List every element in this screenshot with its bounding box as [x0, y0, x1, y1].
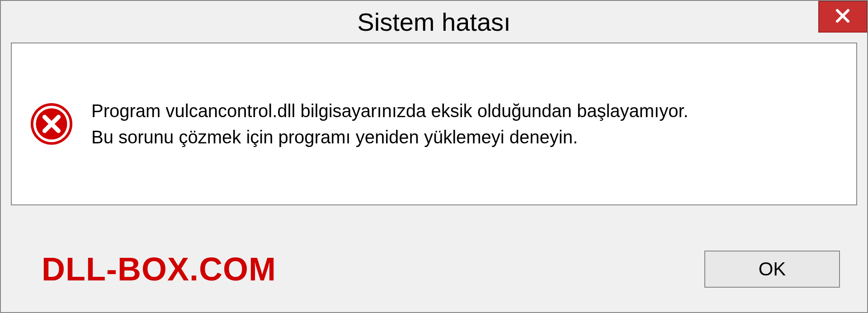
message-line-2: Bu sorunu çözmek için programı yeniden y…	[91, 124, 838, 150]
message-line-1: Program vulcancontrol.dll bilgisayarınız…	[91, 98, 838, 124]
watermark-text: DLL-BOX.COM	[42, 251, 276, 288]
error-icon	[30, 102, 73, 146]
ok-button[interactable]: OK	[704, 251, 840, 288]
message-block: Program vulcancontrol.dll bilgisayarınız…	[91, 98, 838, 150]
error-dialog: Sistem hatası Program vulcancontrol.dll …	[0, 0, 868, 313]
titlebar: Sistem hatası	[1, 1, 867, 43]
close-button[interactable]	[818, 1, 867, 33]
ok-button-label: OK	[759, 258, 786, 280]
footer-area: DLL-BOX.COM OK	[1, 226, 867, 312]
dialog-title: Sistem hatası	[357, 7, 510, 37]
close-icon	[835, 8, 851, 26]
content-panel: Program vulcancontrol.dll bilgisayarınız…	[11, 43, 857, 205]
